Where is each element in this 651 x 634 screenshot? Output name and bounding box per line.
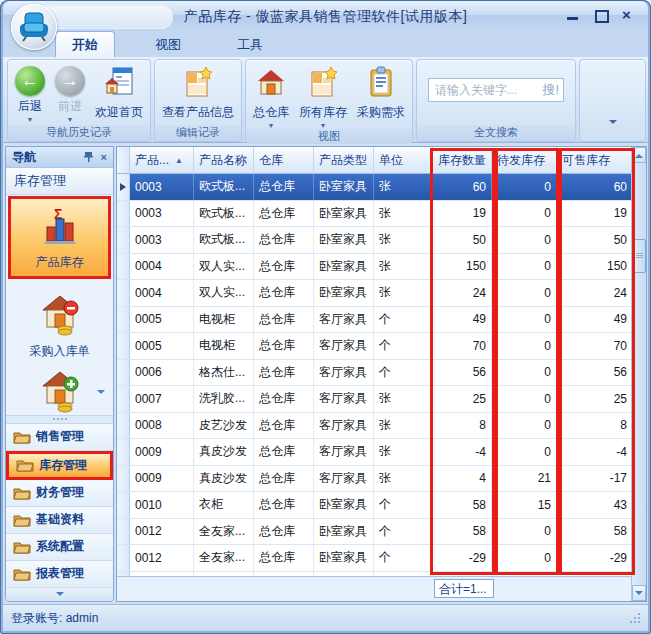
- table-cell[interactable]: 个: [374, 545, 433, 571]
- table-cell[interactable]: 张: [374, 280, 433, 306]
- table-cell[interactable]: 客厅家具: [314, 307, 374, 333]
- table-row[interactable]: 0009真皮沙发总仓库客厅家具张-40-4: [117, 439, 646, 466]
- table-cell[interactable]: 张: [374, 466, 433, 492]
- table-cell[interactable]: 个: [374, 492, 433, 518]
- table-cell[interactable]: 0: [492, 201, 557, 227]
- table-cell[interactable]: 0009: [130, 439, 194, 465]
- table-cell[interactable]: 总仓库: [254, 466, 314, 492]
- column-header[interactable]: 可售库存: [557, 147, 633, 173]
- table-cell[interactable]: 49: [433, 307, 492, 333]
- search-input[interactable]: [433, 82, 542, 98]
- table-cell[interactable]: 客厅家具: [314, 360, 374, 386]
- table-cell[interactable]: -29: [433, 545, 492, 571]
- table-cell[interactable]: 欧式板...: [194, 174, 254, 200]
- scroll-down-button[interactable]: [632, 585, 646, 601]
- sidebar-menu-item[interactable]: 基础资料: [6, 507, 113, 534]
- table-cell[interactable]: 0005: [130, 307, 194, 333]
- table-cell[interactable]: 150: [557, 254, 633, 280]
- sidebar-menu-item[interactable]: 财务管理: [6, 480, 113, 507]
- table-cell[interactable]: 56: [557, 360, 633, 386]
- table-cell[interactable]: 卧室家具: [314, 201, 374, 227]
- sidebar-collapse-toggle[interactable]: [6, 588, 113, 601]
- close-button[interactable]: ×: [622, 9, 636, 21]
- table-cell[interactable]: 58: [557, 519, 633, 545]
- table-cell[interactable]: 总仓库: [254, 201, 314, 227]
- table-cell[interactable]: 全友家...: [194, 545, 254, 571]
- table-cell[interactable]: 个: [374, 307, 433, 333]
- pin-icon[interactable]: [84, 151, 93, 164]
- minimize-button[interactable]: [566, 9, 580, 21]
- table-cell[interactable]: 欧式板...: [194, 227, 254, 253]
- table-cell[interactable]: 卧室家具: [314, 280, 374, 306]
- table-cell[interactable]: 总仓库: [254, 492, 314, 518]
- table-row[interactable]: 0009真皮沙发总仓库客厅家具张421-17: [117, 466, 646, 493]
- table-cell[interactable]: 0: [492, 174, 557, 200]
- table-cell[interactable]: 总仓库: [254, 360, 314, 386]
- table-cell[interactable]: 客厅家具: [314, 466, 374, 492]
- table-cell[interactable]: 张: [374, 227, 433, 253]
- table-cell[interactable]: 60: [557, 174, 633, 200]
- table-row[interactable]: 0006格杰仕...总仓库客厅家具个56056: [117, 360, 646, 387]
- resize-grip[interactable]: [630, 613, 640, 623]
- column-header[interactable]: 产品...▲: [130, 147, 194, 173]
- table-cell[interactable]: 0: [492, 333, 557, 359]
- close-panel-icon[interactable]: ×: [101, 151, 107, 163]
- welcome-home-button[interactable]: 欢迎首页: [91, 64, 147, 121]
- table-cell[interactable]: 0003: [130, 201, 194, 227]
- app-logo-icon[interactable]: [11, 4, 57, 50]
- table-cell[interactable]: 格杰仕...: [194, 360, 254, 386]
- all-inventory-button[interactable]: 所有库存 ▼: [295, 64, 351, 129]
- sidebar-item-product-inventory[interactable]: Σ 产品库存: [8, 196, 111, 279]
- sidebar-menu-item[interactable]: 库存管理: [6, 451, 113, 480]
- tab-view[interactable]: 视图: [139, 32, 197, 57]
- table-cell[interactable]: 0003: [130, 227, 194, 253]
- table-cell[interactable]: 双人实...: [194, 254, 254, 280]
- table-cell[interactable]: 15: [492, 492, 557, 518]
- table-row[interactable]: 0008皮艺沙发总仓库客厅家具张808: [117, 413, 646, 440]
- table-row[interactable]: 0004双人实...总仓库卧室家具张24024: [117, 280, 646, 307]
- search-button[interactable]: 搜!: [542, 81, 559, 99]
- table-cell[interactable]: 电视柜: [194, 307, 254, 333]
- table-cell[interactable]: 49: [557, 307, 633, 333]
- main-warehouse-button[interactable]: 总仓库 ▼: [249, 64, 293, 129]
- table-cell[interactable]: 总仓库: [254, 439, 314, 465]
- table-cell[interactable]: -29: [557, 545, 633, 571]
- table-cell[interactable]: 0: [492, 280, 557, 306]
- table-cell[interactable]: 8: [433, 413, 492, 439]
- table-cell[interactable]: 总仓库: [254, 254, 314, 280]
- table-cell[interactable]: 0: [492, 386, 557, 412]
- ribbon-group-collapsed[interactable]: [579, 59, 646, 142]
- table-cell[interactable]: 客厅家具: [314, 386, 374, 412]
- table-cell[interactable]: 4: [433, 466, 492, 492]
- table-cell[interactable]: 56: [433, 360, 492, 386]
- table-row[interactable]: 0012全友家...总仓库卧室家具个58058: [117, 519, 646, 546]
- table-cell[interactable]: -4: [557, 439, 633, 465]
- table-cell[interactable]: 张: [374, 439, 433, 465]
- table-cell[interactable]: 0: [492, 519, 557, 545]
- table-cell[interactable]: 总仓库: [254, 227, 314, 253]
- table-row[interactable]: 0005电视柜总仓库客厅家具个70070: [117, 333, 646, 360]
- table-cell[interactable]: 0: [492, 307, 557, 333]
- table-cell[interactable]: 张: [374, 174, 433, 200]
- column-header[interactable]: 待发库存: [492, 147, 557, 173]
- table-cell[interactable]: 50: [433, 227, 492, 253]
- table-cell[interactable]: 洗乳胶...: [194, 386, 254, 412]
- maximize-button[interactable]: [594, 9, 608, 21]
- scroll-up-button[interactable]: [632, 147, 646, 163]
- column-header[interactable]: 仓库: [254, 147, 314, 173]
- table-cell[interactable]: 0007: [130, 386, 194, 412]
- table-row[interactable]: 0003欧式板...总仓库卧室家具张60060: [117, 174, 646, 201]
- table-cell[interactable]: 70: [557, 333, 633, 359]
- table-cell[interactable]: 双人实...: [194, 280, 254, 306]
- table-cell[interactable]: 张: [374, 386, 433, 412]
- table-cell[interactable]: 客厅家具: [314, 413, 374, 439]
- table-cell[interactable]: 0008: [130, 413, 194, 439]
- table-cell[interactable]: 150: [433, 254, 492, 280]
- table-cell[interactable]: 8: [557, 413, 633, 439]
- table-cell[interactable]: 全友家...: [194, 519, 254, 545]
- table-cell[interactable]: 0004: [130, 254, 194, 280]
- table-cell[interactable]: 总仓库: [254, 280, 314, 306]
- table-cell[interactable]: 58: [433, 492, 492, 518]
- table-cell[interactable]: 总仓库: [254, 545, 314, 571]
- column-header[interactable]: 单位: [374, 147, 433, 173]
